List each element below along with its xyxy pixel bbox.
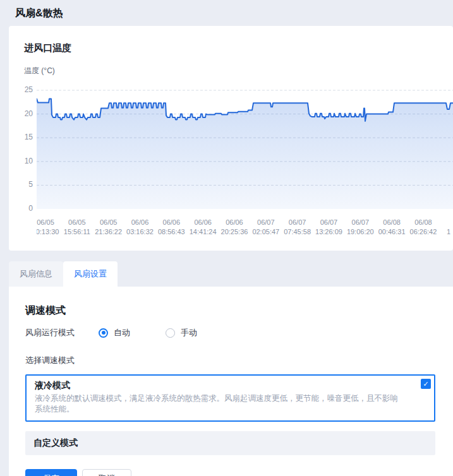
- page-title: 风扇&散热: [0, 0, 453, 26]
- chart-title: 进风口温度: [24, 42, 453, 54]
- action-buttons: 保存 取消: [25, 469, 435, 476]
- x-tick-label-partial: 1: [423, 218, 453, 237]
- liquid-cooling-mode-description: 液冷系统的默认调速模式，满足液冷系统的散热需求。风扇起调速度更低，更节能，噪音更…: [35, 393, 404, 415]
- x-axis-tick-labels: 06/0510:13:3006/0515:56:1106/0521:36:220…: [37, 218, 453, 238]
- radio-auto-icon[interactable]: [99, 328, 108, 338]
- speed-mode-heading: 调速模式: [25, 304, 435, 318]
- custom-mode-title: 自定义模式: [33, 437, 427, 449]
- fan-settings-panel: 调速模式 风扇运行模式 自动 手动 选择调速模式 ✓ 液冷模式 液冷系统的默认调…: [9, 287, 453, 476]
- select-speed-mode-label: 选择调速模式: [25, 355, 435, 366]
- fan-tabs: 风扇信息 风扇设置: [9, 261, 453, 287]
- cancel-button[interactable]: 取消: [82, 469, 131, 476]
- fan-run-mode-row: 风扇运行模式 自动 手动: [25, 327, 435, 338]
- save-button[interactable]: 保存: [25, 469, 77, 476]
- radio-auto-label: 自动: [114, 327, 130, 338]
- radio-manual-icon[interactable]: [166, 328, 175, 338]
- fan-run-mode-label: 风扇运行模式: [25, 327, 75, 338]
- tab-fan-info[interactable]: 风扇信息: [9, 261, 63, 287]
- radio-manual[interactable]: 手动: [166, 327, 197, 338]
- y-tick-label: 10: [24, 157, 33, 165]
- mode-card-liquid-cooling[interactable]: ✓ 液冷模式 液冷系统的默认调速模式，满足液冷系统的散热需求。风扇起调速度更低，…: [25, 374, 435, 422]
- inlet-temperature-chart-card: 进风口温度 温度 (°C) 2520151050 06/0510:13:3006…: [9, 26, 453, 251]
- y-tick-label: 15: [24, 133, 33, 141]
- mode-card-custom[interactable]: 自定义模式: [25, 431, 435, 455]
- liquid-cooling-mode-title: 液冷模式: [35, 380, 404, 391]
- temperature-area-chart: [37, 85, 453, 215]
- tab-fan-settings[interactable]: 风扇设置: [63, 261, 118, 287]
- radio-manual-label: 手动: [181, 327, 197, 338]
- temperature-chart: 2520151050: [24, 85, 453, 215]
- y-tick-label: 5: [24, 180, 33, 189]
- y-tick-label: 25: [24, 85, 33, 94]
- checkbox-checked-icon[interactable]: ✓: [421, 379, 431, 389]
- y-tick-label: 0: [24, 204, 33, 213]
- radio-auto[interactable]: 自动: [99, 327, 130, 338]
- y-axis-title: 温度 (°C): [24, 66, 453, 76]
- y-tick-label: 20: [24, 109, 33, 118]
